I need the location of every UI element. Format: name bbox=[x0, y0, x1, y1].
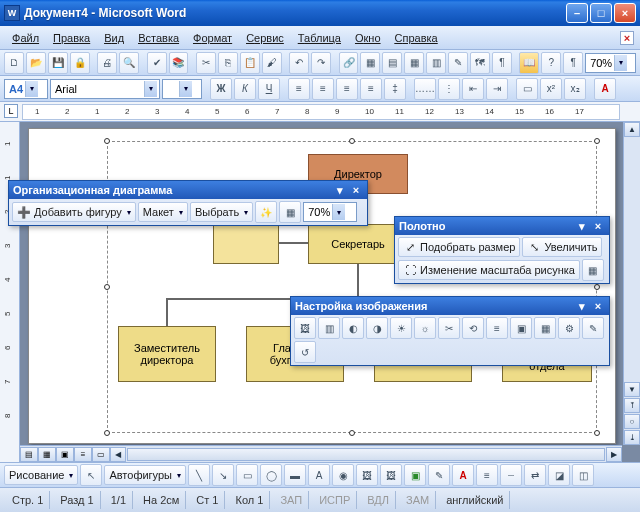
cut-icon[interactable]: ✂ bbox=[196, 52, 216, 74]
menu-edit[interactable]: Правка bbox=[47, 30, 96, 46]
paste-icon[interactable]: 📋 bbox=[240, 52, 260, 74]
horizontal-ruler[interactable]: L 121234567891011121314151617 bbox=[0, 102, 640, 122]
chevron-down-icon[interactable] bbox=[332, 204, 345, 220]
compress-icon[interactable]: ▣ bbox=[510, 317, 532, 339]
subscript-icon[interactable]: x₂ bbox=[564, 78, 586, 100]
menu-format[interactable]: Формат bbox=[187, 30, 238, 46]
toolbar-close-icon[interactable]: × bbox=[591, 300, 605, 313]
toolbar-options-icon[interactable]: ▾ bbox=[575, 220, 589, 233]
menu-help[interactable]: Справка bbox=[389, 30, 444, 46]
zoom-combo[interactable]: 70% bbox=[585, 53, 636, 73]
drawing-menu[interactable]: Рисование bbox=[4, 465, 78, 485]
outline-view-icon[interactable]: ≡ bbox=[74, 447, 92, 462]
copy-icon[interactable]: ⎘ bbox=[218, 52, 238, 74]
open-icon[interactable]: 📂 bbox=[26, 52, 46, 74]
redo-icon[interactable]: ↷ bbox=[311, 52, 331, 74]
underline-button[interactable]: Ч bbox=[258, 78, 280, 100]
scroll-up-icon[interactable]: ▲ bbox=[624, 122, 640, 137]
chevron-down-icon[interactable] bbox=[614, 55, 627, 71]
scroll-down-icon[interactable]: ▼ bbox=[624, 382, 640, 397]
scroll-left-icon[interactable]: ◀ bbox=[110, 447, 126, 462]
web-view-icon[interactable]: ▦ bbox=[38, 447, 56, 462]
tab-selector[interactable]: L bbox=[4, 104, 18, 118]
3d-icon[interactable]: ◫ bbox=[572, 464, 594, 486]
arrow-icon[interactable]: ↘ bbox=[212, 464, 234, 486]
org-node-sub0[interactable]: Заместитель директора bbox=[118, 326, 216, 382]
fontcolor-icon[interactable]: A bbox=[452, 464, 474, 486]
close-button[interactable]: × bbox=[614, 3, 636, 23]
browse-object-icon[interactable]: ○ bbox=[624, 414, 640, 429]
increase-indent-icon[interactable]: ⇥ bbox=[486, 78, 508, 100]
chevron-down-icon[interactable] bbox=[144, 81, 157, 97]
menu-tools[interactable]: Сервис bbox=[240, 30, 290, 46]
bulleted-list-icon[interactable]: ⋮ bbox=[438, 78, 460, 100]
numbered-list-icon[interactable]: …… bbox=[414, 78, 436, 100]
print-icon[interactable]: 🖨 bbox=[97, 52, 117, 74]
less-contrast-icon[interactable]: ◑ bbox=[366, 317, 388, 339]
menu-insert[interactable]: Вставка bbox=[132, 30, 185, 46]
print-view-icon[interactable]: ▣ bbox=[56, 447, 74, 462]
rotate-left-icon[interactable]: ⟲ bbox=[462, 317, 484, 339]
minimize-button[interactable]: – bbox=[566, 3, 588, 23]
insert-table-icon[interactable]: ▤ bbox=[382, 52, 402, 74]
less-bright-icon[interactable]: ☼ bbox=[414, 317, 436, 339]
textbox-icon[interactable]: ▬ bbox=[284, 464, 306, 486]
prev-page-icon[interactable]: ⤒ bbox=[624, 398, 640, 413]
canvas-toolbar[interactable]: Полотно ▾ × ⤢Подобрать размер ⤡Увеличить… bbox=[394, 216, 610, 284]
size-combo[interactable] bbox=[162, 79, 202, 99]
align-right-icon[interactable]: ≡ bbox=[336, 78, 358, 100]
doc-close-button[interactable]: × bbox=[620, 31, 634, 45]
reset-picture-icon[interactable]: ↺ bbox=[294, 341, 316, 363]
more-bright-icon[interactable]: ☀ bbox=[390, 317, 412, 339]
align-justify-icon[interactable]: ≡ bbox=[360, 78, 382, 100]
new-doc-icon[interactable]: 🗋 bbox=[4, 52, 24, 74]
transparent-icon[interactable]: ✎ bbox=[582, 317, 604, 339]
add-shape-button[interactable]: ➕Добавить фигуру bbox=[12, 202, 136, 222]
fillcolor-icon[interactable]: ▣ bbox=[404, 464, 426, 486]
toolbar-options-icon[interactable]: ▾ bbox=[333, 184, 347, 197]
menu-table[interactable]: Таблица bbox=[292, 30, 347, 46]
superscript-icon[interactable]: x² bbox=[540, 78, 562, 100]
status-lang[interactable]: английский bbox=[440, 491, 510, 509]
horizontal-scrollbar[interactable]: ▤ ▦ ▣ ≡ ▭ ◀ ▶ bbox=[20, 445, 622, 462]
more-contrast-icon[interactable]: ◐ bbox=[342, 317, 364, 339]
vertical-scrollbar[interactable]: ▲ ▼ ⤒ ○ ⤓ bbox=[623, 122, 640, 445]
color-icon[interactable]: ▥ bbox=[318, 317, 340, 339]
next-page-icon[interactable]: ⤓ bbox=[624, 430, 640, 445]
italic-button[interactable]: К bbox=[234, 78, 256, 100]
reading-layout-icon[interactable]: 📖 bbox=[519, 52, 539, 74]
undo-icon[interactable]: ↶ bbox=[289, 52, 309, 74]
scroll-right-icon[interactable]: ▶ bbox=[606, 447, 622, 462]
linestyle-icon[interactable]: ≡ bbox=[476, 464, 498, 486]
text-wrap2-icon[interactable]: ▦ bbox=[534, 317, 556, 339]
reading-view-icon[interactable]: ▭ bbox=[92, 447, 110, 462]
style-combo[interactable]: A4 bbox=[4, 79, 48, 99]
menu-view[interactable]: Вид bbox=[98, 30, 130, 46]
line-style-icon[interactable]: ≡ bbox=[486, 317, 508, 339]
font-color-icon[interactable]: A bbox=[594, 78, 616, 100]
canvas-wrap-icon[interactable]: ▦ bbox=[582, 259, 604, 281]
org-node-aux[interactable] bbox=[213, 224, 279, 264]
bold-button[interactable]: Ж bbox=[210, 78, 232, 100]
format-painter-icon[interactable]: 🖌 bbox=[262, 52, 282, 74]
status-rec[interactable]: ЗАП bbox=[274, 491, 309, 509]
format-object-icon[interactable]: ⚙ bbox=[558, 317, 580, 339]
insert-picture-icon[interactable]: 🖼 bbox=[294, 317, 316, 339]
arrowstyle-icon[interactable]: ⇄ bbox=[524, 464, 546, 486]
font-combo[interactable]: Arial bbox=[50, 79, 160, 99]
autoshapes-menu[interactable]: Автофигуры bbox=[104, 465, 186, 485]
org-zoom-combo[interactable]: 70% bbox=[303, 202, 357, 222]
maximize-button[interactable]: □ bbox=[590, 3, 612, 23]
chevron-down-icon[interactable] bbox=[25, 81, 38, 97]
org-node-secretary[interactable]: Секретарь bbox=[308, 224, 408, 264]
toolbar-close-icon[interactable]: × bbox=[591, 220, 605, 233]
hyperlink-icon[interactable]: 🔗 bbox=[339, 52, 359, 74]
crop-icon[interactable]: ✂ bbox=[438, 317, 460, 339]
permission-icon[interactable]: 🔒 bbox=[70, 52, 90, 74]
shadow-icon[interactable]: ◪ bbox=[548, 464, 570, 486]
picture-toolbar[interactable]: Настройка изображения ▾ × 🖼 ▥ ◐ ◑ ☀ ☼ ✂ … bbox=[290, 296, 610, 366]
autoformat-icon[interactable]: ✨ bbox=[255, 201, 277, 223]
save-icon[interactable]: 💾 bbox=[48, 52, 68, 74]
decrease-indent-icon[interactable]: ⇤ bbox=[462, 78, 484, 100]
normal-view-icon[interactable]: ▤ bbox=[20, 447, 38, 462]
